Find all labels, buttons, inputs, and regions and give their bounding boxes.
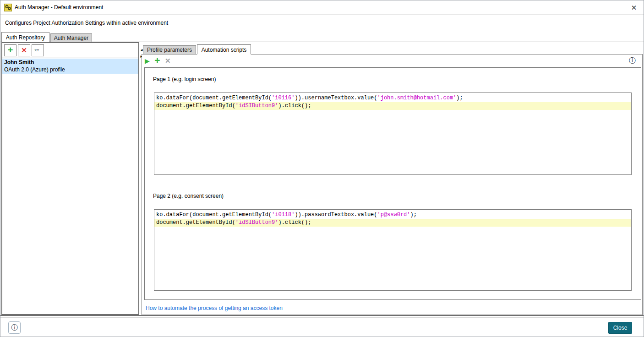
add-profile-button[interactable]: + bbox=[4, 44, 16, 56]
page1-label: Page 1 (e.g. login screen) bbox=[153, 76, 216, 82]
tab-auth-manager[interactable]: Auth Manager bbox=[50, 33, 92, 42]
page1-script-editor[interactable]: ko.dataFor(document.getElementById('i011… bbox=[154, 92, 632, 175]
close-button[interactable]: Close bbox=[608, 322, 632, 334]
profile-name: John Smith bbox=[4, 59, 34, 65]
auth-manager-window: Auth Manager - Default environment ✕ Con… bbox=[0, 0, 644, 337]
app-icon bbox=[4, 4, 12, 11]
profile-list-item-selected[interactable]: John Smith OAuth 2.0 (Azure) profile bbox=[2, 59, 138, 74]
tab-auth-repository[interactable]: Auth Repository bbox=[1, 32, 49, 42]
scripts-group-frame: Page 1 (e.g. login screen) ko.dataFor(do… bbox=[144, 67, 641, 300]
scripts-toolbar: ▶ + ✕ bbox=[145, 56, 174, 66]
page2-label: Page 2 (e.g. consent screen) bbox=[153, 193, 224, 199]
code-line: ko.dataFor(document.getElementById('i011… bbox=[154, 94, 631, 102]
code-line: ko.dataFor(document.getElementById('i011… bbox=[154, 211, 631, 219]
dialog-description: Configures Project Authorization Setting… bbox=[5, 15, 168, 31]
automation-scripts-panel: ▶ + ✕ ⓘ Page 1 (e.g. login screen) ko.da… bbox=[142, 54, 643, 315]
profile-type: OAuth 2.0 (Azure) profile bbox=[4, 66, 65, 73]
window-title: Auth Manager - Default environment bbox=[15, 0, 103, 15]
add-script-icon[interactable]: + bbox=[154, 56, 160, 65]
remove-profile-button[interactable]: ✕ bbox=[18, 44, 30, 56]
page2-script-editor[interactable]: ko.dataFor(document.getElementById('i011… bbox=[154, 209, 632, 291]
footer-info-button[interactable]: ⓘ bbox=[8, 321, 21, 334]
title-bar: Auth Manager - Default environment ✕ bbox=[0, 0, 644, 15]
help-link[interactable]: How to automate the process of getting a… bbox=[146, 305, 283, 311]
auth-repository-panel: + ✕ XY_ John Smith OAuth 2.0 (Azure) pro… bbox=[1, 42, 139, 315]
tab-automation-scripts[interactable]: Automation scripts bbox=[197, 44, 251, 54]
scripts-info-icon[interactable]: ⓘ bbox=[629, 57, 636, 64]
remove-script-icon[interactable]: ✕ bbox=[165, 56, 171, 65]
window-close-icon[interactable]: ✕ bbox=[629, 3, 639, 13]
tab-profile-parameters[interactable]: Profile parameters bbox=[143, 45, 196, 54]
content-bottom-border bbox=[0, 315, 644, 316]
run-script-icon[interactable]: ▶ bbox=[145, 56, 150, 66]
footer-bar: ⓘ Close bbox=[0, 317, 644, 337]
repository-toolbar: + ✕ XY_ bbox=[2, 43, 138, 58]
rename-profile-button[interactable]: XY_ bbox=[32, 44, 44, 56]
code-line: document.getElementById('idSIButton9').c… bbox=[154, 219, 631, 227]
code-line: document.getElementById('idSIButton9').c… bbox=[154, 102, 631, 110]
